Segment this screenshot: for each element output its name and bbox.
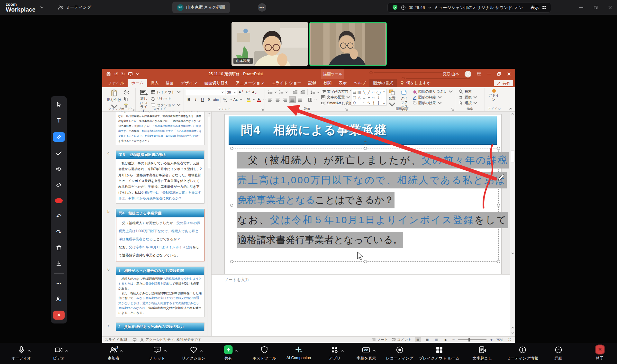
bold-button[interactable]: B xyxy=(186,96,192,103)
shape-glyph[interactable]: ⌐ xyxy=(368,96,370,99)
ribbon-tab-描画[interactable]: 描画 xyxy=(162,79,177,87)
align-right-button[interactable] xyxy=(282,96,288,103)
comments-toggle[interactable]: コメント xyxy=(397,337,412,342)
shadow-button[interactable]: S xyxy=(206,96,212,103)
selection-handle[interactable] xyxy=(497,147,500,150)
copy-icon[interactable] xyxy=(124,96,129,102)
shape-glyph[interactable]: } xyxy=(378,101,379,105)
slide-text-line[interactable]: 売上高は1,000万円以下なので、相続人である私と弟は xyxy=(237,170,495,190)
ribbon-tab-校閲[interactable]: 校閲 xyxy=(320,79,335,87)
distribute-button[interactable] xyxy=(296,96,303,103)
shape-glyph[interactable]: ⇨ xyxy=(372,96,375,99)
toolbar-item-end[interactable]: ✕終了 xyxy=(596,345,604,361)
ribbon-display-icon[interactable] xyxy=(477,72,481,76)
trash-tool[interactable] xyxy=(55,244,63,252)
toolbar-item-ai-companion[interactable]: AI Companion xyxy=(286,345,311,360)
ribbon-tab-スライド ショー[interactable]: スライド ショー xyxy=(268,79,305,87)
slideshow-view-button[interactable]: ▶ xyxy=(443,337,449,342)
font-size-combobox[interactable]: 36 xyxy=(226,89,237,95)
toolbar-item-breakout[interactable]: ブレイクアウト ルーム xyxy=(419,345,459,361)
toolbar-item-transcript[interactable]: 文字起こし xyxy=(473,345,492,361)
zoom-in-button[interactable]: + xyxy=(490,337,493,342)
rotation-handle[interactable] xyxy=(363,141,368,146)
toolbar-item-apps[interactable]: アプリ xyxy=(329,345,341,361)
numbering-button[interactable] xyxy=(278,89,285,95)
slide-text-line[interactable]: なお、父は令和５年10月1日よりインボイス登録をして xyxy=(237,210,495,230)
font-name-combobox[interactable] xyxy=(186,89,225,95)
slide-sorter-view-button[interactable]: ▦ xyxy=(424,337,430,342)
slide-text-line[interactable]: 父（被相続人）が死亡しましたが、父の前々年の課税 xyxy=(237,150,495,170)
display-settings-icon[interactable] xyxy=(132,338,137,342)
ribbon-tab-記録[interactable]: 記録 xyxy=(305,79,320,87)
layout-button[interactable]: レイアウト xyxy=(151,90,181,95)
slide-textbox[interactable]: 父（被相続人）が死亡しましたが、父の前々年の課税売上高は1,000万円以下なので… xyxy=(232,149,499,262)
shape-effects-button[interactable]: 図形の効果 xyxy=(412,101,453,105)
selection-handle[interactable] xyxy=(230,147,233,150)
security-shield-icon[interactable] xyxy=(392,5,398,11)
selection-handle[interactable] xyxy=(364,260,367,263)
columns-chevron-icon[interactable] xyxy=(314,98,317,101)
ppt-titlebar[interactable]: ↺ ↻ 25.11.10 定例研修 - PowerPoint 描画ツール 克彦 … xyxy=(102,69,515,79)
ribbon-tab-画面切り替え[interactable]: 画面切り替え xyxy=(201,79,232,87)
chevron-up-icon[interactable] xyxy=(372,349,376,352)
notes-pane[interactable]: ノートを入力 xyxy=(212,274,510,336)
thumbnail-scrollbar[interactable] xyxy=(207,112,211,336)
color-red-tool[interactable] xyxy=(55,196,63,205)
pen-tool[interactable] xyxy=(53,132,65,142)
clear-formatting-button[interactable]: A xyxy=(251,89,258,95)
video-tile-kazumi[interactable]: 山本和美 xyxy=(231,22,308,66)
ribbon-tab-表示[interactable]: 表示 xyxy=(335,79,350,87)
chevron-up-icon[interactable] xyxy=(163,349,167,352)
shape-glyph[interactable]: ～ xyxy=(362,101,366,105)
zoom-out-button[interactable]: − xyxy=(452,337,455,342)
shape-glyph[interactable]: ▥ xyxy=(358,90,361,94)
shape-glyph[interactable]: { xyxy=(373,101,374,105)
slide-thumbnail[interactable]: 私（個人事業者）は、免税事業者で、令和5年10月1日よりインボイス登録をして、年… xyxy=(116,112,204,145)
notes-toggle[interactable]: ノート xyxy=(377,337,388,342)
shape-glyph[interactable]: ⌒ xyxy=(357,101,361,105)
toolbar-item-video[interactable]: ビデオ xyxy=(53,345,65,361)
justify-button[interactable] xyxy=(289,96,296,103)
ppt-minimize-icon[interactable] xyxy=(487,72,491,76)
close-tool[interactable]: × xyxy=(53,311,65,320)
line-spacing-chevron-icon[interactable] xyxy=(317,91,320,94)
italic-button[interactable]: I xyxy=(193,96,199,103)
save-icon[interactable] xyxy=(106,72,111,77)
shape-glyph[interactable]: ⇩ xyxy=(377,96,380,99)
previous-slide-icon[interactable] xyxy=(511,326,514,329)
change-case-button[interactable]: Aa xyxy=(233,96,239,103)
toolbar-item-reactions[interactable]: リアクション xyxy=(182,345,205,361)
fit-to-window-button[interactable]: ⛶ xyxy=(507,337,513,342)
next-slide-icon[interactable] xyxy=(511,332,514,334)
toolbar-item-recording[interactable]: レコーディング xyxy=(386,345,413,361)
shape-glyph[interactable]: ◯ xyxy=(376,90,380,94)
accessibility-status[interactable]: アクセシビリティ: 検討が必要です xyxy=(146,337,202,342)
redo-icon[interactable]: ↻ xyxy=(121,71,125,77)
spacing-chevron-icon[interactable] xyxy=(229,98,232,101)
chevron-up-icon[interactable] xyxy=(27,349,31,352)
redo-tool[interactable]: ↷ xyxy=(55,228,63,236)
scrollbar-thumb[interactable] xyxy=(208,117,211,168)
view-grid-icon[interactable] xyxy=(542,5,547,10)
toolbar-item-participants[interactable]: 参加者3 xyxy=(108,345,119,361)
columns-button[interactable] xyxy=(307,96,313,103)
chevron-up-icon[interactable] xyxy=(341,349,344,352)
line-spacing-button[interactable] xyxy=(309,89,316,95)
zoom-slider-thumb[interactable] xyxy=(468,338,470,341)
arrange-button[interactable]: 配置 xyxy=(386,88,398,109)
decrease-indent-button[interactable] xyxy=(292,89,298,95)
shared-screen-tab[interactable]: 克彦 山本克彦 さんの画面 xyxy=(172,2,230,13)
bullets-button[interactable] xyxy=(267,89,274,95)
ribbon-tab-図形の書式[interactable]: 図形の書式 xyxy=(369,79,397,87)
shape-outline-button[interactable]: 図形の枠線 xyxy=(412,95,453,100)
toolbar-item-more[interactable]: 詳細 xyxy=(553,345,564,361)
ribbon-tab-ファイル[interactable]: ファイル xyxy=(104,79,128,87)
zoom-slider[interactable] xyxy=(458,339,486,340)
toolbar-item-host-tools[interactable]: ホストツール xyxy=(252,345,276,361)
drawing-dialog-launcher-icon[interactable] xyxy=(451,107,454,111)
qat-chevron-icon[interactable] xyxy=(136,73,139,76)
shape-glyph[interactable]: ╲ xyxy=(363,90,365,94)
font-dialog-launcher-icon[interactable] xyxy=(260,107,264,111)
shrink-font-button[interactable]: A xyxy=(245,89,251,95)
ppt-restore-icon[interactable] xyxy=(497,72,501,76)
